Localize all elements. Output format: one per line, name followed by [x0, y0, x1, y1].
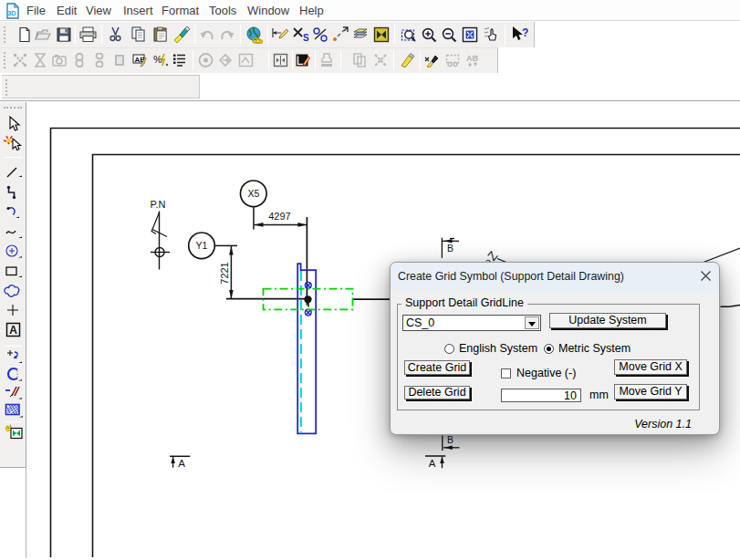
svg-text:A: A	[178, 458, 185, 469]
svg-text:7221: 7221	[219, 262, 230, 284]
svg-text:P.N: P.N	[151, 199, 166, 210]
svg-text:X5: X5	[247, 188, 259, 199]
svg-text:B: B	[447, 243, 453, 254]
svg-text:Y1: Y1	[196, 240, 208, 251]
svg-text:B: B	[447, 434, 453, 445]
svg-text:4297: 4297	[268, 211, 290, 222]
svg-text:A: A	[429, 458, 436, 469]
